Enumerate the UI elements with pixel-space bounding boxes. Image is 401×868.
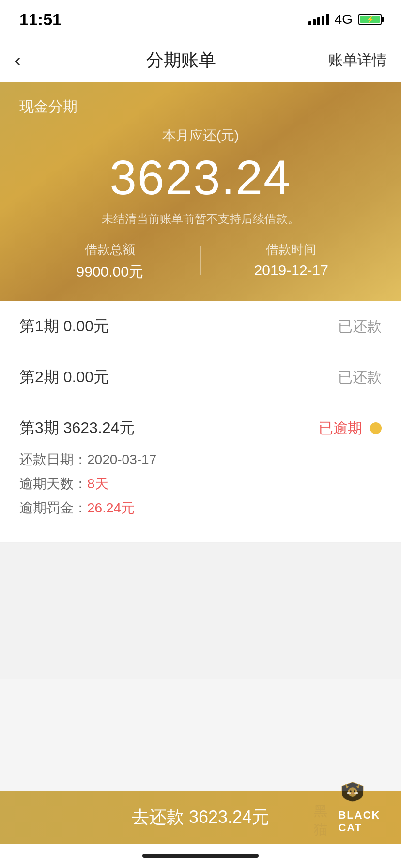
installment-item-3[interactable]: 第3期 3623.24元 已逾期 还款日期： 2020-03-17 逾期天数： … — [0, 403, 401, 543]
nav-bar: ‹ 分期账单 账单详情 — [0, 39, 401, 82]
installment-row-1: 第1期 0.00元 已还款 — [19, 316, 382, 337]
svg-point-3 — [350, 790, 352, 792]
hero-category: 现金分期 — [19, 97, 382, 117]
black-cat-logo-icon — [328, 781, 377, 802]
loan-amount-value: 9900.00元 — [19, 262, 200, 282]
installment-detail-3: 还款日期： 2020-03-17 逾期天数： 8天 逾期罚金： 26.24元 — [19, 450, 382, 517]
installment-status-1: 已还款 — [338, 317, 382, 337]
svg-point-2 — [348, 787, 357, 797]
detail-button[interactable]: 账单详情 — [309, 50, 386, 70]
installment-title-1: 第1期 0.00元 — [19, 316, 109, 337]
installment-row-2: 第2期 0.00元 已还款 — [19, 367, 382, 388]
overdue-fine-row: 逾期罚金： 26.24元 — [19, 499, 382, 517]
overdue-days-row: 逾期天数： 8天 — [19, 475, 382, 493]
status-icons: 4G ⚡ — [308, 12, 382, 27]
loan-amount-stat: 借款总额 9900.00元 — [19, 241, 200, 282]
hero-amount-label: 本月应还(元) — [19, 126, 382, 145]
loan-date-label: 借款时间 — [201, 241, 382, 258]
loan-amount-label: 借款总额 — [19, 241, 200, 258]
installment-status-3: 已逾期 — [319, 418, 382, 438]
installment-row-3: 第3期 3623.24元 已逾期 — [19, 418, 382, 439]
installment-title-3: 第3期 3623.24元 — [19, 418, 135, 439]
hero-notice: 未结清当前账单前暂不支持后续借款。 — [19, 211, 382, 227]
back-button[interactable]: ‹ — [15, 49, 53, 71]
installment-title-2: 第2期 0.00元 — [19, 367, 109, 388]
installment-status-2: 已还款 — [338, 368, 382, 388]
installment-list: 第1期 0.00元 已还款 第2期 0.00元 已还款 第3期 3623.24元… — [0, 301, 401, 543]
black-cat-text: BLACK CAT — [338, 809, 391, 834]
repay-button-label: 去还款 3623.24元 — [132, 806, 269, 829]
hero-stats: 借款总额 9900.00元 借款时间 2019-12-17 — [19, 241, 382, 282]
hero-amount: 3623.24 — [19, 150, 382, 205]
loan-date-stat: 借款时间 2019-12-17 — [201, 241, 382, 279]
hero-card: 现金分期 本月应还(元) 3623.24 未结清当前账单前暂不支持后续借款。 借… — [0, 82, 401, 301]
loan-date-value: 2019-12-17 — [201, 262, 382, 279]
installment-item-2[interactable]: 第2期 0.00元 已还款 — [0, 352, 401, 403]
status-bar: 11:51 4G ⚡ — [0, 0, 401, 39]
signal-icon — [308, 14, 329, 25]
repay-date-row: 还款日期： 2020-03-17 — [19, 450, 382, 469]
installment-item-1[interactable]: 第1期 0.00元 已还款 — [0, 301, 401, 352]
page-title: 分期账单 — [146, 48, 216, 72]
svg-point-4 — [354, 790, 355, 792]
home-indicator-bar — [142, 854, 259, 858]
black-cat-watermark: 黑猫 BLACK CAT — [314, 781, 391, 839]
overdue-dot — [370, 422, 382, 434]
status-time: 11:51 — [19, 10, 62, 29]
battery-icon: ⚡ — [358, 14, 382, 25]
bottom-indicator — [0, 844, 401, 868]
gray-area — [0, 543, 401, 679]
network-label: 4G — [335, 12, 353, 27]
